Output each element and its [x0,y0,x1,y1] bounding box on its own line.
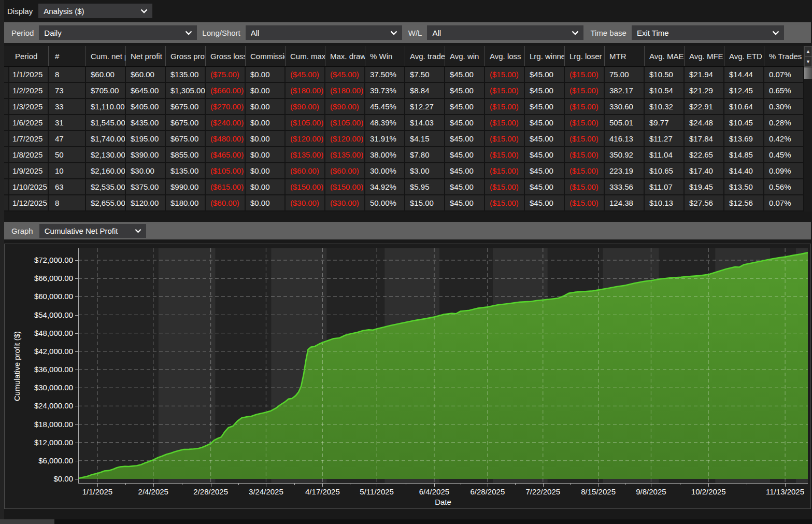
table-cell: $17.40 [685,163,724,179]
y-tick-mark [75,351,78,352]
table-cell: 0.09% [764,163,804,179]
x-tick-label: 4/17/2025 [305,487,340,496]
table-cell: ($45.00) [286,67,325,83]
x-tick-mark [377,484,377,487]
table-cell: $21.94 [685,67,724,83]
table-row[interactable]: 1/2/202573$705.00$645.00$1,305.00($660.0… [4,83,804,99]
x-tick-label: 5/11/2025 [360,487,394,496]
table-cell: $15.00 [405,195,445,211]
table-cell: $10.64 [724,99,764,115]
column-header-lrg-winner[interactable]: Lrg. winner [525,46,565,66]
table-vertical-scrollbar[interactable]: ▲ ▼ [804,46,812,211]
column-header-avg-mae[interactable]: Avg. MAE [645,46,685,66]
table-cell: $14.85 [724,147,764,163]
column-header-cum-max-drawdown[interactable]: Cum. max. drawdown [286,46,325,66]
timebase-select[interactable]: Exit Time [632,25,784,40]
y-tick-label: $6,000.00 [5,456,73,465]
row-gutter [4,115,9,131]
table-cell: $45.00 [445,195,485,211]
column-header-cum-net-profit[interactable]: Cum. net profit [86,46,126,66]
table-cell: $990.00 [166,179,206,195]
table-cell: ($15.00) [565,67,605,83]
column-header-avg-loss[interactable]: Avg. loss [485,46,525,66]
x-tick-mark [266,484,266,487]
graph-select[interactable]: Cumulative Net Profit [39,224,146,238]
column-header-win[interactable]: % Win [365,46,405,66]
x-minor-tick-mark [238,484,239,485]
column-header-net-profit[interactable]: Net profit [126,46,166,66]
table-cell: $45.00 [445,147,485,163]
table-cell: $4.15 [405,131,445,147]
x-tick-label: 8/15/2025 [581,487,616,496]
table-row[interactable]: 1/10/202563$2,535.00$375.00$990.00($615.… [4,179,804,195]
header-gutter [4,46,9,66]
column-header-mtr[interactable]: MTR [605,46,645,66]
table-cell: $45.00 [525,163,565,179]
table-cell: 0.65% [764,83,804,99]
column-header-gross-loss[interactable]: Gross loss [206,46,246,66]
y-tick-label: $60,000.00 [5,292,73,301]
table-cell: 1/9/2025 [9,163,49,179]
y-tick-mark [75,315,78,316]
x-tick-mark [651,484,651,487]
column-header-[interactable]: # [49,46,86,66]
table-cell: $2,160.00 [86,163,126,179]
table-cell: $390.00 [126,147,166,163]
table-cell: $14.40 [724,163,764,179]
table-row[interactable]: 1/12/20258$2,655.00$120.00$180.00($60.00… [4,195,804,211]
x-tick-label: 3/24/2025 [249,487,283,496]
table-cell: $9.77 [645,115,685,131]
column-header-max-drawdown[interactable]: Max. drawdown [325,46,365,66]
table-cell: $0.00 [246,99,286,115]
scrollbar-track[interactable] [804,79,812,211]
table-row[interactable]: 1/6/202531$1,545.00$435.00$675.00($240.0… [4,115,804,131]
column-header-avg-trade[interactable]: Avg. trade [405,46,445,66]
scroll-down-button[interactable]: ▼ [804,56,812,67]
table-cell: 0.30% [764,99,804,115]
table-cell: $22.65 [685,147,724,163]
table-cell: $0.00 [246,115,286,131]
display-select[interactable]: Analysis ($) [38,4,152,18]
table-row[interactable]: 1/1/20258$60.00$60.00$135.00($75.00)$0.0… [4,67,804,83]
table-cell: 48.39% [365,115,405,131]
wl-select[interactable]: All [427,25,583,40]
table-cell: 0.45% [764,147,804,163]
scrollbar-thumb[interactable] [0,519,54,524]
chevron-down-icon [572,31,579,35]
table-row[interactable]: 1/3/202533$1,110.00$405.00$675.00($270.0… [4,99,804,115]
table-cell: $645.00 [126,83,166,99]
column-header-trades[interactable]: % Trades [764,46,804,66]
table-cell: $135.00 [166,163,206,179]
table-cell: $120.00 [126,195,166,211]
table-cell: $14.44 [724,67,764,83]
table-row[interactable]: 1/8/202550$2,130.00$390.00$855.00($465.0… [4,147,804,163]
table-cell: 8 [49,195,86,211]
scrollbar-thumb[interactable] [804,67,812,79]
table-cell: ($150.00) [286,179,325,195]
table-cell: $10.45 [724,115,764,131]
column-header-lrg-loser[interactable]: Lrg. loser [565,46,605,66]
table-cell: $375.00 [126,179,166,195]
column-header-gross-profit[interactable]: Gross profit [166,46,206,66]
scroll-up-button[interactable]: ▲ [804,46,812,56]
table-cell: ($60.00) [206,195,246,211]
table-cell: $8.84 [405,83,445,99]
column-header-avg-mfe[interactable]: Avg. MFE [685,46,724,66]
table-row[interactable]: 1/9/202510$2,160.00$30.00$135.00($105.00… [4,163,804,179]
column-header-avg-win[interactable]: Avg. win [445,46,485,66]
x-minor-tick-mark [571,484,571,485]
table-cell: $30.00 [126,163,166,179]
table-row[interactable]: 1/7/202547$1,740.00$195.00$675.00($480.0… [4,131,804,147]
table-cell: 350.92 [605,147,645,163]
table-cell: ($15.00) [485,195,525,211]
table-cell: $855.00 [166,147,206,163]
column-header-avg-etd[interactable]: Avg. ETD [724,46,764,66]
column-header-commission[interactable]: Commission [246,46,286,66]
horizontal-scrollbar[interactable] [0,519,812,524]
table-cell: ($105.00) [206,163,246,179]
column-header-period[interactable]: Period [9,46,49,66]
x-tick-label: 11/13/2025 [766,487,804,496]
period-select[interactable]: Daily [39,25,197,40]
longshort-select[interactable]: All [246,25,402,40]
x-tick-label: 6/28/2025 [471,487,505,496]
